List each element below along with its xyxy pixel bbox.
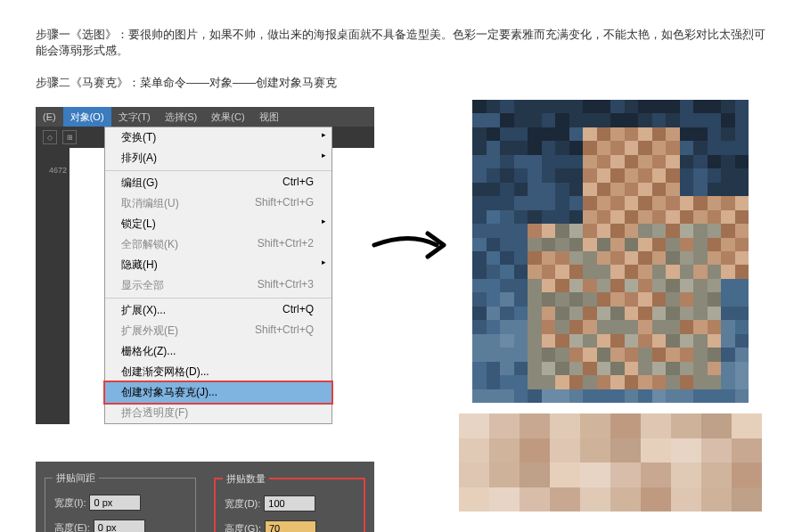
mosaic-preview-image (472, 100, 749, 403)
menu-command: 显示全部Shift+Ctrl+3 (105, 275, 331, 296)
menu-command: 取消编组(U)Shift+Ctrl+G (105, 193, 331, 214)
menu-command[interactable]: 创建对象马赛克(J)... (105, 382, 331, 403)
height-label: 高度(E): (54, 521, 90, 533)
menu-command[interactable]: 排列(A) (105, 148, 331, 168)
spacing-height-input[interactable] (94, 520, 145, 532)
ruler-number: 4672 (36, 148, 70, 424)
menu-command: 拼合透明度(F) (105, 403, 331, 423)
menu-separator (105, 170, 331, 171)
spacing-width-input[interactable] (89, 495, 141, 511)
menu-item[interactable]: 对象(O) (63, 107, 111, 127)
tool-icon[interactable]: ⊞ (62, 130, 77, 144)
section-title: 拼贴数量 (223, 472, 269, 486)
menu-command[interactable]: 锁定(L) (105, 214, 331, 234)
step-one-text: 步骤一《选图》：要很帅的图片，如果不帅，做出来的海报桌面就不具备造型美。色彩一定… (36, 27, 766, 59)
menu-command: 全部解锁(K)Shift+Ctrl+2 (105, 234, 331, 255)
tile-count-section: 拼贴数量 宽度(D): 高度(G): (214, 478, 365, 532)
menu-item[interactable]: 效果(C) (204, 107, 251, 127)
app-menubar: (E)对象(O)文字(T)选择(S)效果(C)视图 (36, 107, 374, 127)
menu-command[interactable]: 栅格化(Z)... (105, 341, 331, 362)
menu-command[interactable]: 编组(G)Ctrl+G (105, 173, 331, 193)
menu-item[interactable]: (E) (36, 107, 63, 127)
count-width-input[interactable] (264, 495, 315, 512)
width-label: 宽度(I): (54, 496, 86, 510)
width-label: 宽度(D): (225, 497, 260, 511)
mosaic-swatch-image (459, 413, 762, 512)
menu-separator (105, 298, 331, 299)
menu-command[interactable]: 隐藏(H) (105, 255, 331, 275)
mosaic-options-panel: 拼贴间距 宽度(I): 高度(E): 拼贴数量 宽度(D) (36, 462, 374, 532)
menu-item[interactable]: 文字(T) (111, 107, 158, 127)
menu-item[interactable]: 视图 (252, 107, 286, 127)
section-title: 拼贴间距 (53, 471, 99, 485)
object-menu-dropdown: 变换(T)排列(A)编组(G)Ctrl+G取消编组(U)Shift+Ctrl+G… (104, 127, 332, 424)
menu-command: 扩展外观(E)Shift+Ctrl+Q (105, 321, 331, 341)
count-height-input[interactable] (265, 520, 316, 532)
menu-item[interactable]: 选择(S) (158, 107, 205, 127)
step-two-text: 步骤二《马赛克》：菜单命令——对象——创建对象马赛克 (36, 75, 766, 91)
menu-command[interactable]: 变换(T) (105, 127, 331, 148)
tool-icon[interactable]: ◇ (43, 130, 57, 144)
tile-spacing-section: 拼贴间距 宽度(I): 高度(E): (45, 478, 196, 532)
height-label: 高度(G): (225, 522, 261, 533)
menu-command[interactable]: 扩展(X)...Ctrl+Q (105, 300, 331, 321)
arrow-icon (365, 214, 454, 276)
menu-command[interactable]: 创建渐变网格(D)... (105, 362, 331, 382)
